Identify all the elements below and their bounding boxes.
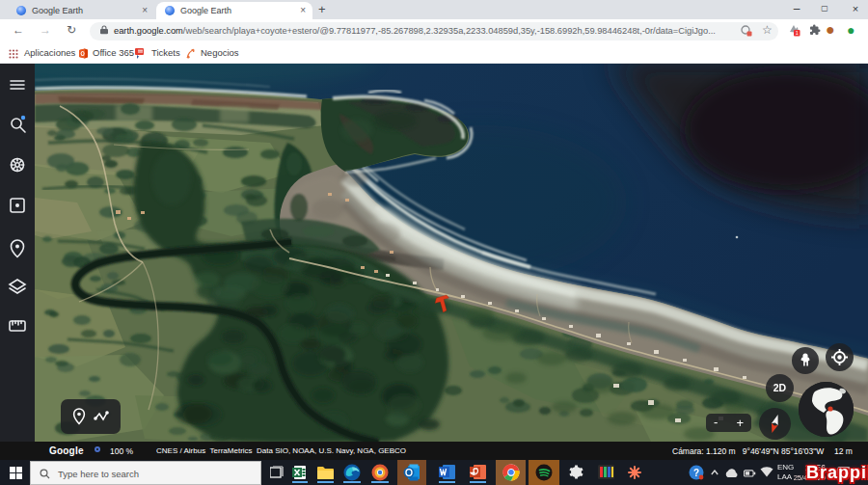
svg-text:1: 1 (796, 30, 799, 36)
svg-text:?: ? (693, 468, 699, 478)
